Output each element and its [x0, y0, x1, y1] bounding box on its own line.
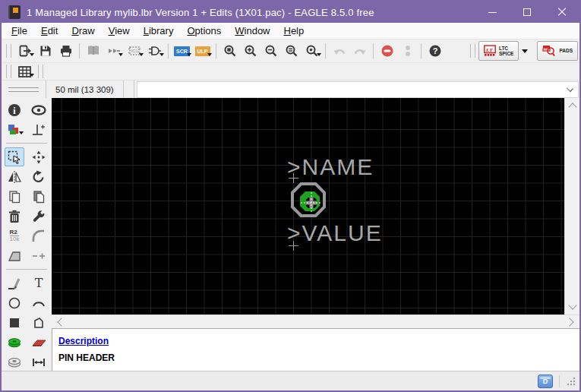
- grid-button[interactable]: [14, 62, 35, 81]
- pads-button[interactable]: PADS: [537, 41, 578, 61]
- wire-tool[interactable]: [5, 273, 24, 292]
- traffic-light-button[interactable]: [397, 41, 418, 61]
- ltc-spice-logo-icon: LT: [484, 45, 496, 57]
- miter-tool[interactable]: [29, 226, 49, 245]
- polygon-tool[interactable]: [29, 313, 49, 332]
- name-tool[interactable]: R2 10k: [5, 226, 24, 245]
- measure-tool[interactable]: [29, 352, 49, 371]
- miter-flat-tool[interactable]: [5, 246, 24, 265]
- hole-tool[interactable]: [5, 352, 24, 371]
- copy-tool[interactable]: [5, 187, 24, 206]
- chevron-right-icon[interactable]: [565, 318, 573, 326]
- redo-button[interactable]: [349, 41, 370, 61]
- eagle-window: 1 Managed Library mylib.lbr Version 1 + …: [0, 0, 581, 392]
- device-button[interactable]: [103, 41, 124, 61]
- vertical-scrollbar[interactable]: [564, 98, 579, 315]
- show-eye-icon: [31, 105, 46, 115]
- value-placeholder-text[interactable]: >VALUE: [287, 222, 383, 245]
- minimize-button[interactable]: [475, 2, 510, 23]
- zoom-select-button[interactable]: [281, 41, 302, 61]
- toolbar-separator: [421, 43, 422, 58]
- toolbar-grip[interactable]: [470, 44, 475, 58]
- pad-tool[interactable]: [5, 333, 24, 352]
- palette-separator: [6, 269, 47, 270]
- chevron-down-icon[interactable]: [568, 301, 576, 309]
- grip-lines-icon: [8, 87, 39, 92]
- smd-tool[interactable]: [29, 333, 49, 352]
- arc-icon: [32, 299, 46, 308]
- dropdown-icon: [522, 49, 528, 56]
- delete-tool[interactable]: [5, 207, 24, 226]
- main-toolbar: IC1 SCR ULP: [2, 40, 579, 62]
- mirror-tool[interactable]: [5, 167, 24, 186]
- menu-view[interactable]: View: [102, 24, 137, 38]
- value-origin-cross: [289, 241, 298, 251]
- toolbar-separator: [168, 43, 169, 58]
- symbol-button[interactable]: [144, 41, 165, 61]
- paste-tool[interactable]: [29, 187, 49, 206]
- command-combo-box[interactable]: [137, 81, 579, 98]
- package-button[interactable]: IC1: [124, 41, 144, 61]
- horizontal-scrollbar[interactable]: [52, 315, 579, 328]
- mark-tool[interactable]: [29, 120, 49, 139]
- pad-object[interactable]: [291, 182, 329, 220]
- menu-window[interactable]: Window: [228, 24, 276, 38]
- library-book-icon: [8, 5, 21, 19]
- group-tool[interactable]: [5, 147, 24, 166]
- change-tool[interactable]: [29, 207, 49, 226]
- managed-library-status-icon[interactable]: D: [538, 375, 553, 388]
- arc-tool[interactable]: [29, 293, 49, 312]
- info-tool[interactable]: i: [5, 100, 24, 119]
- menu-help[interactable]: Help: [277, 24, 311, 38]
- menu-draw[interactable]: Draw: [65, 24, 101, 38]
- script-caret-icon: [187, 53, 191, 58]
- measure-icon: [32, 357, 46, 368]
- zoom-redraw-button[interactable]: [302, 41, 322, 61]
- menu-options[interactable]: Options: [180, 24, 228, 38]
- library-button[interactable]: [83, 41, 103, 61]
- drawing-canvas[interactable]: >NAME >VALUE: [52, 98, 564, 315]
- split-tool[interactable]: [29, 246, 49, 265]
- save-button[interactable]: [35, 41, 55, 61]
- rotate-tool[interactable]: [29, 167, 49, 186]
- text-tool[interactable]: T: [29, 273, 49, 292]
- print-button[interactable]: [55, 41, 76, 61]
- run-script-button[interactable]: SCR: [172, 41, 192, 61]
- ltc-spice-button[interactable]: LT LTCSPICE: [478, 41, 519, 61]
- toolbar-grip[interactable]: [38, 65, 43, 78]
- stop-button[interactable]: [377, 41, 397, 61]
- show-tool[interactable]: [29, 100, 49, 119]
- chevron-left-icon[interactable]: [57, 318, 65, 326]
- traffic-light-icon: [404, 44, 412, 58]
- move-tool[interactable]: [29, 147, 49, 166]
- resize-grip-icon[interactable]: [566, 376, 576, 386]
- zoom-out-button[interactable]: [261, 41, 281, 61]
- help-button[interactable]: ?: [425, 41, 445, 61]
- menu-file[interactable]: File: [5, 24, 34, 38]
- octagon-pad-icon: [291, 182, 329, 220]
- description-link[interactable]: Description: [58, 336, 109, 346]
- menu-edit[interactable]: Edit: [34, 24, 65, 38]
- ltc-dropdown-button[interactable]: [519, 41, 531, 61]
- toolbar-grip[interactable]: [6, 44, 11, 58]
- circle-tool[interactable]: [5, 293, 24, 312]
- undo-button[interactable]: [329, 41, 349, 61]
- toolbar-grip[interactable]: [6, 65, 11, 78]
- rotate-icon: [32, 170, 46, 183]
- rect-tool[interactable]: [5, 313, 24, 332]
- text-icon: T: [35, 276, 43, 290]
- maximize-icon: [523, 8, 531, 16]
- close-button[interactable]: [545, 2, 579, 23]
- open-button[interactable]: [14, 41, 35, 61]
- run-ulp-button[interactable]: ULP: [192, 41, 213, 61]
- menu-library[interactable]: Library: [137, 24, 181, 38]
- chevron-up-icon[interactable]: [568, 103, 576, 111]
- display-layers-tool[interactable]: [5, 120, 24, 139]
- name-placeholder-text[interactable]: >NAME: [287, 156, 374, 179]
- zoom-in-button[interactable]: [240, 41, 261, 61]
- param-grip[interactable]: [2, 81, 46, 98]
- maximize-button[interactable]: [510, 2, 545, 23]
- status-separator: [559, 375, 560, 387]
- print-icon: [59, 44, 73, 58]
- zoom-fit-button[interactable]: [219, 41, 240, 61]
